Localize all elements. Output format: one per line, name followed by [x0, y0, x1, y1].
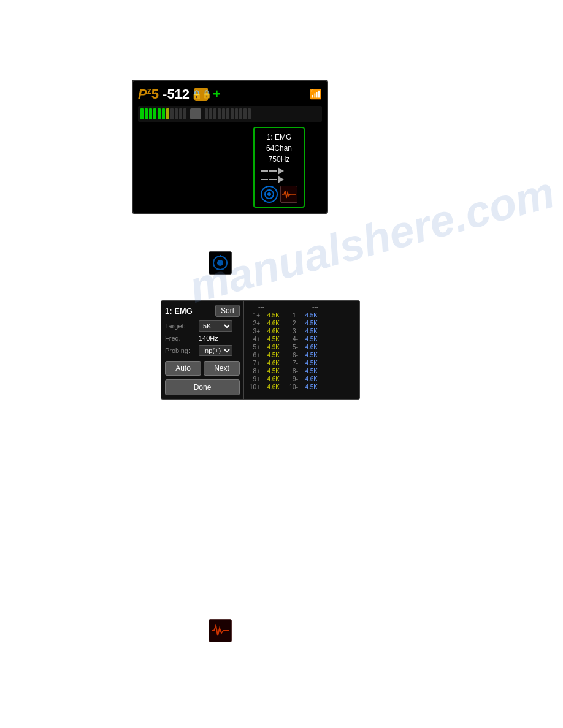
val-neg-3: 4.5K	[298, 336, 318, 343]
impedance-panel: 1: EMG Sort Target: 5K 10K 20K Freq. 140…	[161, 300, 360, 400]
val-pos-1: 4.6K	[260, 320, 280, 327]
ch-pos-5: 6+	[247, 352, 260, 358]
meter-bar-11	[183, 108, 186, 119]
meter-bar-r6	[226, 108, 229, 119]
meter-bar-r4	[218, 108, 221, 119]
ch-neg-4: 5-	[285, 344, 298, 351]
channel-row-6: 7+ 4.6K 7- 4.5K	[244, 359, 359, 367]
sig-line-4	[269, 179, 277, 180]
impedance-circle-icon[interactable]	[261, 186, 278, 203]
target-label: Target:	[165, 322, 199, 330]
meter-bar-5	[158, 108, 161, 119]
col-header-1: ---	[248, 303, 275, 310]
target-dropdown[interactable]: 5K 10K 20K	[199, 320, 232, 332]
col-header-4	[329, 303, 356, 310]
ch-pos-7: 8+	[247, 368, 260, 374]
val-neg-4: 4.6K	[298, 344, 318, 351]
impedance-title: 1: EMG	[165, 306, 193, 316]
ch-neg-7: 8-	[285, 368, 298, 374]
logo-z: z	[147, 86, 151, 96]
sig-line-1	[261, 170, 268, 172]
meter-bar-7	[166, 108, 169, 119]
done-button[interactable]: Done	[165, 379, 240, 395]
val-neg-7: 4.5K	[298, 368, 318, 374]
col-header-2	[275, 303, 302, 310]
val-neg-6: 4.5K	[298, 360, 318, 366]
next-button[interactable]: Next	[204, 361, 240, 376]
val-pos-6: 4.6K	[260, 360, 280, 366]
meter-bar-r1	[205, 108, 208, 119]
channel-row-9: 10+ 4.6K 10- 4.5K	[244, 383, 359, 391]
val-pos-9: 4.6K	[260, 384, 280, 390]
logo-p: P	[138, 86, 147, 102]
signal-icon: 📶	[310, 88, 322, 100]
sort-button[interactable]: Sort	[215, 305, 240, 317]
ch-pos-1: 2+	[247, 320, 260, 327]
val-pos-7: 4.5K	[260, 368, 280, 374]
meter-bar-4	[153, 108, 156, 119]
channel-row-0: 1+ 4.5K 1- 4.5K	[244, 311, 359, 319]
auto-button[interactable]: Auto	[165, 361, 201, 376]
val-neg-0: 4.5K	[298, 312, 318, 319]
ch-neg-2: 3-	[285, 328, 298, 335]
val-neg-8: 4.6K	[298, 376, 318, 382]
val-pos-5: 4.5K	[260, 352, 280, 358]
ch-neg-9: 10-	[285, 384, 298, 390]
meter-bar-r3	[213, 108, 216, 119]
meter-bars-left	[140, 108, 186, 119]
meter-bar-8	[170, 108, 174, 119]
channel-info-text: 1: EMG64Chan750Hz	[261, 132, 297, 165]
device-header: Pz5 -512 🔒 + 📶	[138, 86, 322, 102]
col-header-3: ---	[302, 303, 329, 310]
meter-bar-1	[140, 108, 144, 119]
ch-neg-1: 2-	[285, 320, 298, 327]
meter-center-block	[190, 108, 201, 119]
freq-label: Freq.	[165, 335, 199, 342]
channel-row-1: 2+ 4.6K 2- 4.5K	[244, 319, 359, 327]
svg-point-4	[217, 260, 223, 266]
impedance-header: 1: EMG Sort	[165, 305, 240, 317]
channel-icons	[261, 167, 297, 183]
ch-neg-5: 6-	[285, 352, 298, 358]
probing-label: Probing:	[165, 347, 199, 354]
val-pos-3: 4.5K	[260, 336, 280, 343]
waveform-bottom-icon[interactable]	[209, 619, 232, 642]
meter-bar-10	[179, 108, 182, 119]
meter-bar-r10	[243, 108, 247, 119]
probing-row: Probing: Inp(+) Inp(-) Both	[165, 345, 240, 356]
logo-num: 5	[151, 86, 159, 102]
svg-point-1	[267, 192, 271, 196]
waveform-display-icon[interactable]	[280, 186, 297, 203]
meter-bar-6	[162, 108, 165, 119]
meter-bar-3	[149, 108, 152, 119]
freq-value: 140Hz	[199, 335, 240, 342]
channel-area: 1: EMG64Chan750Hz	[138, 127, 322, 208]
ch-pos-8: 9+	[247, 376, 260, 382]
ch-pos-3: 4+	[247, 336, 260, 343]
icon-row-bottom	[261, 186, 297, 203]
meter-bars-right	[205, 108, 251, 119]
meter-bar-r2	[209, 108, 212, 119]
meter-bar-2	[145, 108, 148, 119]
meter-bar-r7	[231, 108, 234, 119]
val-neg-9: 4.5K	[298, 384, 318, 390]
channel-row-3: 4+ 4.5K 4- 4.5K	[244, 335, 359, 343]
meter-bar-r5	[222, 108, 225, 119]
device-logo: Pz5 -512	[138, 86, 190, 102]
ch-neg-8: 9-	[285, 376, 298, 382]
level-meter	[138, 106, 322, 122]
channel-info-box: 1: EMG64Chan750Hz	[253, 127, 305, 208]
signal-row-1	[261, 167, 297, 175]
triangle-icon-2	[278, 176, 284, 183]
probing-dropdown[interactable]: Inp(+) Inp(-) Both	[199, 345, 232, 356]
channel-row-4: 5+ 4.9K 5- 4.6K	[244, 343, 359, 351]
val-pos-4: 4.9K	[260, 344, 280, 351]
impedance-controls: 1: EMG Sort Target: 5K 10K 20K Freq. 140…	[161, 301, 244, 399]
impedance-small-icon[interactable]	[209, 251, 232, 275]
ch-pos-0: 1+	[247, 312, 260, 319]
meter-bar-r9	[239, 108, 242, 119]
device-panel: Pz5 -512 🔒 + 📶	[132, 80, 328, 214]
plus-icon: +	[213, 86, 221, 102]
val-neg-1: 4.5K	[298, 320, 318, 327]
meter-bar-r11	[248, 108, 251, 119]
